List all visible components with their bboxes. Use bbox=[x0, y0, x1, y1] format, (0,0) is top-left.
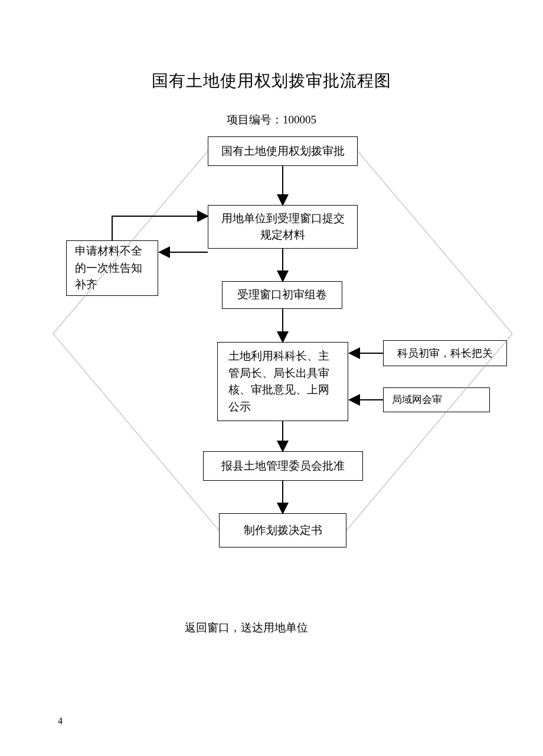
node-approval-opinions: 土地利用科科长、主管局长、局长出具审核、审批意见、上网公示 bbox=[217, 342, 348, 421]
node-county-approval-label: 报县土地管理委员会批准 bbox=[221, 458, 345, 475]
node-initial-review-label: 受理窗口初审组卷 bbox=[237, 286, 327, 304]
project-number: 项目编号：100005 bbox=[0, 112, 543, 128]
node-submit: 用地单位到受理窗口提交 规定材料 bbox=[208, 205, 358, 249]
node-lan-review: 局域网会审 bbox=[383, 387, 490, 412]
arrow-incomplete-back bbox=[112, 216, 207, 240]
node-start: 国有土地使用权划拨审批 bbox=[208, 136, 358, 166]
node-incomplete-notice-label: 申请材料不全的一次性告知补齐 bbox=[75, 243, 149, 294]
page: 国有土地使用权划拨审批流程图 项目编号：100005 国有土地使用权划拨审批 用… bbox=[0, 0, 543, 756]
node-staff-review-label: 科员初审，科长把关 bbox=[397, 346, 493, 361]
node-start-label: 国有土地使用权划拨审批 bbox=[221, 143, 345, 160]
footer-return-text: 返回窗口，送达用地单位 bbox=[185, 620, 308, 636]
node-incomplete-notice: 申请材料不全的一次性告知补齐 bbox=[66, 240, 158, 296]
node-county-approval: 报县土地管理委员会批准 bbox=[203, 451, 363, 481]
node-approval-opinions-label: 土地利用科科长、主管局长、局长出具审核、审批意见、上网公示 bbox=[228, 348, 337, 415]
node-make-decision: 制作划拨决定书 bbox=[219, 513, 346, 548]
node-lan-review-label: 局域网会审 bbox=[392, 392, 442, 408]
node-make-decision-label: 制作划拨决定书 bbox=[244, 522, 322, 539]
page-number: 4 bbox=[58, 716, 63, 726]
node-staff-review: 科员初审，科长把关 bbox=[383, 340, 507, 366]
flowchart-title: 国有土地使用权划拨审批流程图 bbox=[0, 70, 543, 92]
node-initial-review: 受理窗口初审组卷 bbox=[222, 281, 342, 309]
bg-diag-tr bbox=[358, 151, 512, 334]
bg-diag-bl bbox=[53, 334, 219, 530]
node-submit-label: 用地单位到受理窗口提交 规定材料 bbox=[221, 210, 345, 244]
